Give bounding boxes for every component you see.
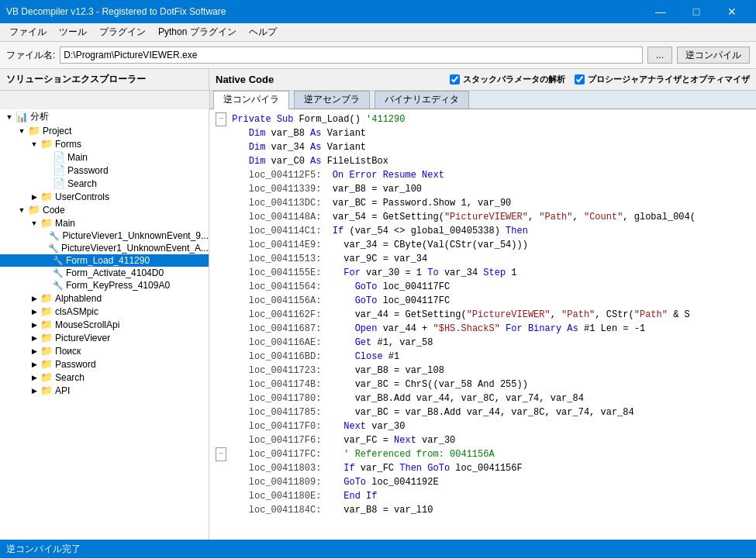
checkbox-stack-params[interactable]: スタックパラメータの解析 — [450, 74, 565, 85]
code-line-6: loc_00411339: var_B8 = var_l00 — [216, 182, 750, 196]
sidebar-item-search[interactable]: ▶ 📁 Search — [0, 371, 209, 384]
file-input[interactable] — [60, 47, 643, 64]
procedure-analyzer-checkbox[interactable] — [575, 74, 585, 85]
gutter-4 — [216, 154, 226, 168]
icon-alphablend: 📁 — [40, 292, 53, 304]
label-clsasmpic: clsASMpic — [55, 306, 98, 317]
gutter-17 — [216, 336, 226, 350]
title-text: VB Decompiler v12.3 - Registered to DotF… — [6, 6, 226, 17]
menu-tools[interactable]: ツール — [53, 24, 93, 40]
file-label: ファイル名: — [6, 49, 55, 62]
arrow-search-ru: ▶ — [28, 347, 40, 355]
sidebar-item-main-code[interactable]: ▼ 📁 Main — [0, 216, 209, 229]
code-line-21: loc_00411780: var_B8.Add var_44, var_8C,… — [216, 392, 750, 405]
native-code-label: Native Code — [216, 74, 274, 85]
code-line-ref: − loc_004117FC: ' Referenced from: 00411… — [216, 447, 750, 461]
icon-mousescrollapi: 📁 — [40, 319, 53, 330]
gutter-23 — [216, 419, 226, 433]
label-search-ru: Поиск — [55, 346, 81, 357]
gutter-7 — [216, 196, 226, 210]
code-line-14: loc_0041156A: GoTo loc_004117FC — [216, 294, 750, 308]
decompile-button[interactable]: 逆コンパイル — [677, 47, 750, 64]
label-main-form: Main — [67, 152, 88, 163]
sidebar-item-project[interactable]: ▼ 📁 Project — [0, 124, 209, 137]
label-pictureviever: PictureViever — [55, 333, 110, 343]
sidebar-item-usercontrols[interactable]: ▶ 📁 UserControls — [0, 190, 209, 203]
gutter-21 — [216, 392, 226, 405]
sidebar-item-search-form[interactable]: 📄 Search — [0, 177, 209, 190]
sidebar-item-code[interactable]: ▼ 📁 Code — [0, 203, 209, 216]
code-line-24: loc_004117F6: var_FC = Next var_30 — [216, 433, 750, 447]
checkbox-procedure-analyzer[interactable]: プロシージャアナライザとオプティマイザ — [575, 74, 750, 85]
icon-clsasmpic: 📁 — [40, 305, 53, 317]
sidebar-item-mousescrollapi[interactable]: ▶ 📁 MouseScrollApi — [0, 318, 209, 331]
gutter-12 — [216, 266, 226, 280]
icon-password: 📁 — [40, 358, 53, 370]
menu-file[interactable]: ファイル — [3, 24, 53, 40]
sidebar-item-pictureviever[interactable]: ▶ 📁 PictureViever — [0, 331, 209, 344]
icon-form-keypress: 🔧 — [53, 281, 64, 291]
sidebar-item-forms[interactable]: ▼ 📁 Forms — [0, 137, 209, 150]
gutter-3 — [216, 140, 226, 154]
sidebar-item-analysis[interactable]: ▼ 📊 分析 — [0, 109, 209, 124]
label-alphablend: Alphablend — [55, 293, 102, 304]
label-search: Search — [55, 372, 85, 383]
label-eventa: PictureViever1_UnknownEvent_A... — [61, 243, 209, 254]
tab-decompiler[interactable]: 逆コンパイラ — [213, 91, 289, 109]
collapse-btn-1[interactable]: − — [216, 112, 226, 126]
icon-usercontrols: 📁 — [40, 191, 53, 202]
sidebar-item-search-ru[interactable]: ▶ 📁 Поиск — [0, 344, 209, 357]
sidebar-item-eventa[interactable]: 🔧 PictureViever1_UnknownEvent_A... — [0, 242, 209, 254]
code-line-8: loc_0041148A: var_54 = GetSetting("Pictu… — [216, 210, 750, 224]
sidebar-item-password[interactable]: ▶ 📁 Password — [0, 357, 209, 371]
label-analysis: 分析 — [30, 110, 49, 123]
menu-plugins[interactable]: プラグイン — [93, 24, 152, 40]
sidebar-item-api[interactable]: ▶ 📁 API — [0, 384, 209, 397]
label-password: Password — [55, 359, 96, 370]
code-line-17: loc_004116AE: Get #1, var_58 — [216, 336, 750, 350]
sidebar-item-event9[interactable]: 🔧 PictureViever1_UnknownEvent_9... — [0, 229, 209, 242]
menu-help[interactable]: ヘルプ — [243, 24, 283, 40]
tab-disassembler[interactable]: 逆アセンブラ — [294, 91, 370, 109]
file-bar: ファイル名: ... 逆コンパイル — [0, 42, 756, 69]
arrow-clsasmpic: ▶ — [28, 308, 40, 316]
sidebar-item-main-form[interactable]: 📄 Main — [0, 150, 209, 164]
menu-python-plugins[interactable]: Python プラグイン — [152, 24, 243, 40]
sidebar-item-alphablend[interactable]: ▶ 📁 Alphablend — [0, 292, 209, 305]
label-usercontrols: UserControls — [55, 192, 109, 202]
code-line-16: loc_00411687: Open var_44 + "$HS.ShackS"… — [216, 322, 750, 336]
label-form-keypress: Form_KeyPress_4109A0 — [66, 280, 170, 291]
content-area: ▼ 📊 分析 ▼ 📁 Project ▼ 📁 Forms 📄 Main 📄 Pa… — [0, 109, 756, 540]
gutter-9 — [216, 224, 226, 238]
stack-params-checkbox[interactable] — [450, 74, 460, 85]
sidebar-item-password-form[interactable]: 📄 Password — [0, 164, 209, 177]
code-line-3: Dim var_34 As Variant — [216, 140, 750, 154]
gutter-25 — [216, 461, 226, 475]
tab-binary-editor[interactable]: バイナリエディタ — [375, 91, 469, 109]
label-event9: PictureViever1_UnknownEvent_9... — [62, 230, 209, 241]
sidebar-item-form-activate[interactable]: 🔧 Form_Activate_4104D0 — [0, 267, 209, 279]
code-line-19: loc_00411723: var_B8 = var_l08 — [216, 364, 750, 378]
sidebar-item-form-keypress[interactable]: 🔧 Form_KeyPress_4109A0 — [0, 279, 209, 292]
label-project: Project — [43, 126, 71, 136]
collapse-btn-ref[interactable]: − — [216, 447, 226, 461]
close-button[interactable]: ✕ — [714, 0, 750, 23]
sidebar-item-form-load[interactable]: 🔧 Form_Load_411290 — [0, 254, 209, 267]
minimize-button[interactable]: — — [643, 0, 678, 23]
gutter-26 — [216, 475, 226, 489]
icon-forms: 📁 — [40, 138, 53, 150]
icon-search-form: 📄 — [53, 178, 65, 189]
maximize-button[interactable]: □ — [678, 0, 714, 23]
gutter-20 — [216, 378, 226, 392]
window-controls: — □ ✕ — [643, 0, 750, 23]
code-line-7: loc_004113DC: var_BC = Password.Show 1, … — [216, 196, 750, 210]
arrow-usercontrols: ▶ — [28, 193, 40, 201]
gutter-11 — [216, 252, 226, 266]
sidebar-item-clsasmpic[interactable]: ▶ 📁 clsASMpic — [0, 305, 209, 318]
status-text: 逆コンパイル完了 — [6, 543, 81, 556]
code-line-15: loc_0041162F: var_44 = GetSetting("Pictu… — [216, 308, 750, 322]
native-code-header: Native Code スタックパラメータの解析 プロシージャアナライザとオプテ… — [209, 71, 756, 88]
icon-form-activate: 🔧 — [53, 268, 64, 278]
browse-button[interactable]: ... — [647, 47, 672, 64]
code-panel[interactable]: − Private Sub Form_Load() '411290 Dim va… — [209, 109, 756, 540]
